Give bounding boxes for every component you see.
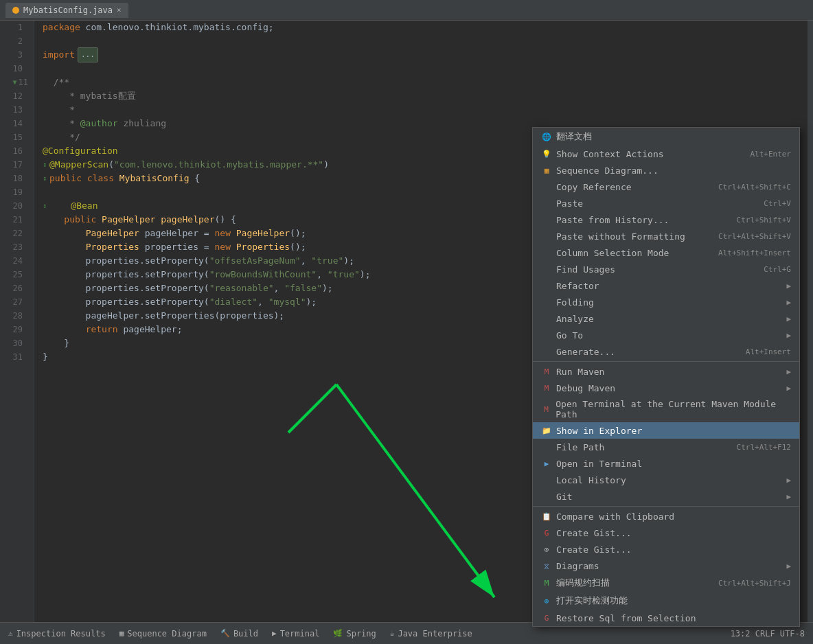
menu-icon-translate: 🌐 xyxy=(541,133,552,141)
menu-label-translate: 翻译文档 xyxy=(556,130,592,143)
status-item-terminal[interactable]: ▶Terminal xyxy=(272,629,319,639)
menu-item-compare-clipboard[interactable]: 📋Compare with Clipboard xyxy=(533,508,799,525)
status-item-inspection[interactable]: ⚠Inspection Results xyxy=(8,629,106,639)
menu-icon-show-in-explorer: 📁 xyxy=(541,426,552,435)
menu-item-copy-reference[interactable]: Copy ReferenceCtrl+Alt+Shift+C xyxy=(533,179,799,195)
menu-shortcut-paste: Ctrl+V xyxy=(764,199,791,208)
menu-item-refactor[interactable]: Refactor▶ xyxy=(533,277,799,294)
menu-item-paste-no-format[interactable]: Paste without FormattingCtrl+Alt+Shift+V xyxy=(533,228,799,244)
menu-item-open-terminal-maven[interactable]: MOpen Terminal at the Current Maven Modu… xyxy=(533,396,799,422)
menu-icon-restore-sql: G xyxy=(541,614,552,623)
status-label-build: Build xyxy=(233,629,258,639)
menu-shortcut-code-check: Ctrl+Alt+Shift+J xyxy=(718,579,791,588)
menu-item-folding[interactable]: Folding▶ xyxy=(533,294,799,310)
menu-label-local-history: Local History xyxy=(556,475,626,485)
menu-item-restore-sql[interactable]: GRestore Sql from Selection xyxy=(533,610,799,626)
menu-icon-create-gist-red: G xyxy=(541,529,552,538)
menu-icon-code-check: M xyxy=(541,579,552,588)
menu-item-create-gist-github[interactable]: ⊙Create Gist... xyxy=(533,541,799,557)
menu-label-go-to: Go To xyxy=(556,330,583,341)
menu-shortcut-column-selection: Alt+Shift+Insert xyxy=(718,249,791,257)
tab-filename: MybatisConfig.java xyxy=(23,5,113,15)
menu-item-open-in-terminal[interactable]: ▶Open in Terminal xyxy=(533,455,799,472)
line-number: 27 xyxy=(5,295,28,309)
line-number: 18 xyxy=(5,172,28,185)
tab-close-button[interactable]: × xyxy=(117,5,122,14)
menu-item-paste-history[interactable]: Paste from History...Ctrl+Shift+V xyxy=(533,211,799,228)
line-number: 16 xyxy=(5,144,28,158)
menu-item-column-selection[interactable]: Column Selection ModeAlt+Shift+Insert xyxy=(533,244,799,261)
menu-item-realtime-check[interactable]: ⊕打开实时检测功能 xyxy=(533,592,799,610)
line-number: 12 xyxy=(5,89,28,103)
menu-label-compare-clipboard: Compare with Clipboard xyxy=(556,511,674,522)
status-icon-sequence: ▦ xyxy=(119,629,124,638)
menu-arrow-analyze: ▶ xyxy=(786,314,791,323)
menu-label-generate: Generate... xyxy=(556,347,615,357)
menu-label-file-path: File Path xyxy=(556,442,604,452)
status-item-spring[interactable]: 🌿Spring xyxy=(333,629,376,639)
menu-label-open-in-terminal: Open in Terminal xyxy=(556,459,642,469)
menu-item-find-usages[interactable]: Find UsagesCtrl+G xyxy=(533,261,799,277)
code-line: import... xyxy=(43,48,799,62)
code-line: * mybatis配置 xyxy=(43,89,799,103)
menu-label-create-gist-github: Create Gist... xyxy=(556,544,632,555)
status-label-java-enterprise: Java Enterprise xyxy=(398,629,472,639)
menu-item-debug-maven[interactable]: MDebug Maven▶ xyxy=(533,380,799,396)
context-menu: 🌐翻译文档💡Show Context ActionsAlt+Enter▦Sequ… xyxy=(532,127,800,627)
menu-item-create-gist-red[interactable]: GCreate Gist... xyxy=(533,525,799,541)
menu-item-run-maven[interactable]: MRun Maven▶ xyxy=(533,363,799,380)
menu-label-folding: Folding xyxy=(556,297,594,308)
line-number: 24 xyxy=(5,254,28,268)
menu-item-local-history[interactable]: Local History▶ xyxy=(533,472,799,488)
menu-item-show-context-actions[interactable]: 💡Show Context ActionsAlt+Enter xyxy=(533,146,799,162)
menu-item-go-to[interactable]: Go To▶ xyxy=(533,327,799,343)
line-number: 22 xyxy=(5,227,28,240)
menu-item-show-in-explorer[interactable]: 📁Show in Explorer xyxy=(533,422,799,439)
menu-item-paste[interactable]: PasteCtrl+V xyxy=(533,195,799,211)
line-number: 17 xyxy=(5,158,28,172)
menu-label-realtime-check: 打开实时检测功能 xyxy=(556,595,628,607)
status-item-java-enterprise[interactable]: ☕Java Enterprise xyxy=(390,629,472,639)
menu-arrow-debug-maven: ▶ xyxy=(786,384,791,393)
code-line: /** xyxy=(43,76,799,89)
menu-item-git[interactable]: Git▶ xyxy=(533,488,799,505)
menu-label-analyze: Analyze xyxy=(556,314,594,324)
menu-label-create-gist-red: Create Gist... xyxy=(556,528,632,538)
menu-icon-compare-clipboard: 📋 xyxy=(541,512,552,521)
menu-icon-show-context-actions: 💡 xyxy=(541,150,552,159)
scrollbar[interactable] xyxy=(808,21,813,622)
line-number: 25 xyxy=(5,268,28,281)
status-label-spring: Spring xyxy=(346,629,376,639)
menu-label-show-in-explorer: Show in Explorer xyxy=(556,426,642,436)
editor-tab[interactable]: MybatisConfig.java × xyxy=(5,3,128,18)
status-item-sequence[interactable]: ▦Sequence Diagram xyxy=(119,629,207,639)
menu-label-debug-maven: Debug Maven xyxy=(556,383,615,393)
menu-item-translate[interactable]: 🌐翻译文档 xyxy=(533,128,799,146)
menu-icon-sequence-diagram: ▦ xyxy=(541,166,552,175)
status-icon-java-enterprise: ☕ xyxy=(390,629,395,638)
menu-item-generate[interactable]: Generate...Alt+Insert xyxy=(533,343,799,360)
menu-separator xyxy=(533,506,799,507)
menu-item-analyze[interactable]: Analyze▶ xyxy=(533,310,799,327)
menu-item-file-path[interactable]: File PathCtrl+Alt+F12 xyxy=(533,439,799,455)
menu-item-code-check[interactable]: M编码规约扫描Ctrl+Alt+Shift+J xyxy=(533,574,799,592)
line-number: 23 xyxy=(5,240,28,254)
code-line: * xyxy=(43,103,799,117)
menu-shortcut-paste-no-format: Ctrl+Alt+Shift+V xyxy=(718,232,791,241)
line-number: 21 xyxy=(5,213,28,227)
line-number: 13 xyxy=(5,103,28,117)
line-number: 29 xyxy=(5,323,28,336)
editor-area: 12310▼1112131415161718192021222324252627… xyxy=(0,21,813,622)
title-bar: MybatisConfig.java × xyxy=(0,0,813,21)
menu-arrow-diagrams: ▶ xyxy=(786,562,791,571)
status-icon-spring: 🌿 xyxy=(333,629,343,638)
menu-item-diagrams[interactable]: ⧖Diagrams▶ xyxy=(533,557,799,574)
menu-item-sequence-diagram[interactable]: ▦Sequence Diagram... xyxy=(533,162,799,179)
menu-label-open-terminal-maven: Open Terminal at the Current Maven Modul… xyxy=(556,399,791,419)
status-item-build[interactable]: 🔨Build xyxy=(220,629,258,639)
status-right: 13:2 CRLF UTF-8 xyxy=(731,629,805,639)
tab-dot xyxy=(12,7,19,14)
menu-label-diagrams: Diagrams xyxy=(556,561,599,571)
menu-label-paste-history: Paste from History... xyxy=(556,215,669,225)
menu-shortcut-generate: Alt+Insert xyxy=(746,347,791,356)
